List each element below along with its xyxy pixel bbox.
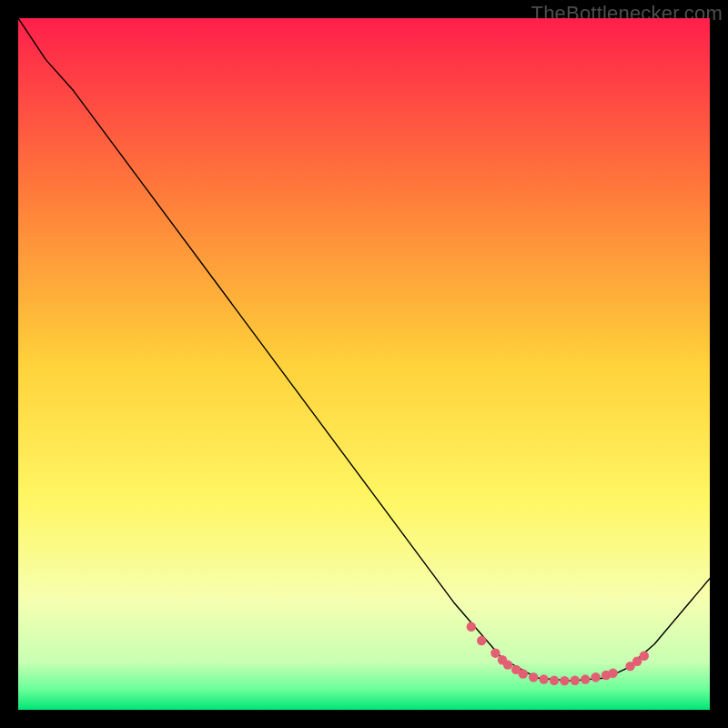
optimal-marker	[519, 669, 528, 678]
optimal-marker	[490, 648, 500, 657]
chart-background	[18, 18, 710, 710]
optimal-marker	[539, 674, 548, 683]
optimal-marker	[608, 669, 617, 678]
optimal-marker	[467, 622, 476, 632]
optimal-marker	[591, 672, 600, 682]
bottleneck-chart	[18, 18, 710, 710]
optimal-marker	[529, 672, 538, 682]
optimal-marker	[550, 676, 559, 685]
chart-stage: TheBottlenecker.com	[0, 0, 728, 728]
optimal-marker	[560, 676, 569, 685]
optimal-marker	[503, 660, 512, 669]
optimal-marker	[477, 636, 486, 645]
optimal-marker	[571, 676, 580, 685]
optimal-marker	[581, 674, 590, 683]
optimal-marker	[640, 652, 649, 661]
